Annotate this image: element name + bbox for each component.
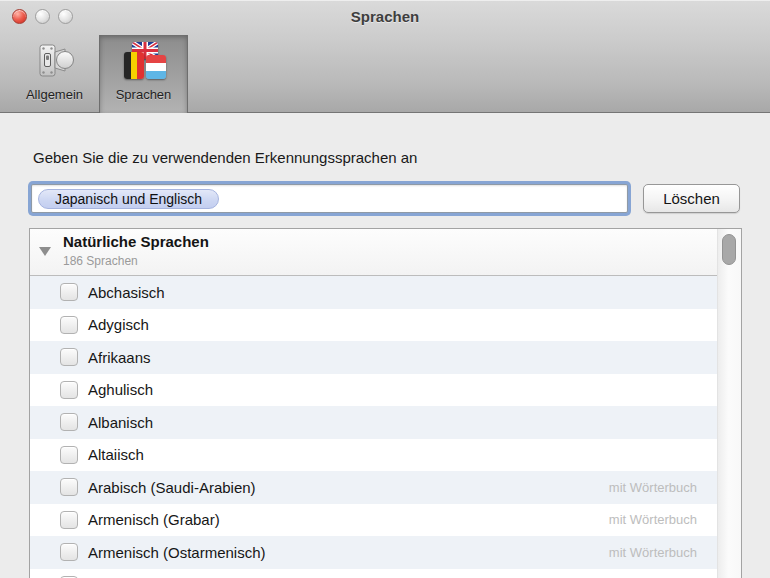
titlebar[interactable]: Sprachen — [0, 0, 770, 35]
belgium-flag-icon — [124, 52, 144, 79]
recognition-languages-token-field[interactable]: Japanisch und Englisch — [31, 184, 628, 213]
group-header-natural-languages[interactable]: Natürliche Sprachen 186 Sprachen — [30, 229, 741, 276]
toolbar-label-sprachen: Sprachen — [116, 87, 172, 102]
language-row-aghulisch[interactable]: Aghulisch — [30, 374, 741, 407]
window-title: Sprachen — [0, 8, 770, 25]
language-row-armenisch-ostarmenisch[interactable]: Armenisch (Ostarmenisch) mit Wörterbuch — [30, 536, 741, 569]
checkbox[interactable] — [60, 446, 78, 464]
window-chrome: Sprachen — [0, 0, 770, 113]
checkbox[interactable] — [60, 543, 78, 561]
toolbar-item-allgemein[interactable]: Allgemein — [10, 35, 99, 113]
disclosure-triangle-icon[interactable] — [39, 247, 51, 256]
language-row-adygisch[interactable]: Adygisch — [30, 309, 741, 342]
checkbox[interactable] — [60, 413, 78, 431]
checkbox[interactable] — [60, 316, 78, 334]
light-switch-icon — [33, 40, 77, 84]
checkbox[interactable] — [60, 381, 78, 399]
language-row-afrikaans[interactable]: Afrikaans — [30, 341, 741, 374]
language-row-altaiisch[interactable]: Altaiisch — [30, 439, 741, 472]
language-row-partial[interactable] — [30, 569, 741, 578]
checkbox[interactable] — [60, 478, 78, 496]
clear-button[interactable]: Löschen — [643, 184, 740, 213]
checkbox[interactable] — [60, 511, 78, 529]
group-title: Natürliche Sprachen — [63, 233, 209, 250]
languages-list: Natürliche Sprachen 186 Sprachen Abchasi… — [29, 228, 742, 578]
toolbar-label-allgemein: Allgemein — [26, 87, 83, 102]
group-subtitle: 186 Sprachen — [63, 254, 138, 268]
toolbar: Allgemein — [10, 35, 188, 113]
scrollbar-thumb[interactable] — [722, 234, 736, 265]
language-row-armenisch-grabar[interactable]: Armenisch (Grabar) mit Wörterbuch — [30, 504, 741, 537]
luxembourg-flag-icon — [146, 55, 166, 79]
preferences-window: Sprachen — [0, 0, 770, 578]
checkbox[interactable] — [60, 283, 78, 301]
checkbox[interactable] — [60, 348, 78, 366]
languages-flags-icon — [122, 40, 166, 84]
language-token[interactable]: Japanisch und Englisch — [38, 189, 219, 209]
scrollbar-track[interactable] — [717, 229, 741, 578]
instruction-text: Geben Sie die zu verwendenden Erkennungs… — [33, 149, 417, 166]
language-rows: Abchasisch Adygisch Afrikaans Aghulisch — [30, 276, 741, 578]
language-row-arabisch[interactable]: Arabisch (Saudi-Arabien) mit Wörterbuch — [30, 471, 741, 504]
toolbar-item-sprachen[interactable]: Sprachen — [99, 35, 188, 113]
language-row-abchasisch[interactable]: Abchasisch — [30, 276, 741, 309]
language-row-albanisch[interactable]: Albanisch — [30, 406, 741, 439]
